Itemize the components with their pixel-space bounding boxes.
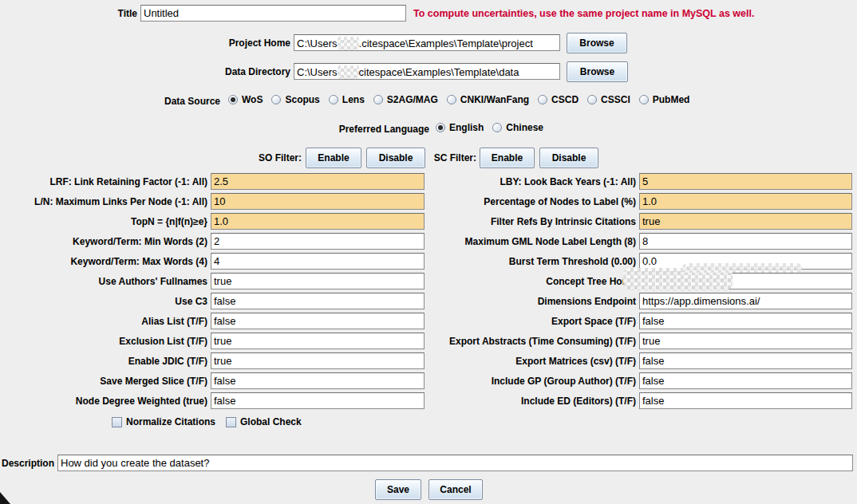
project-home-browse-button[interactable]: Browse [567,33,627,53]
cancel-button[interactable]: Cancel [428,479,483,500]
exclusion-list-input[interactable]: true [211,333,425,349]
language-radio-group: English Chinese [436,120,552,135]
field-row-alias-list: Alias List (T/F)false [0,313,425,329]
save-merged-slice-input[interactable]: false [211,372,425,389]
radio-cnki-wanfang[interactable]: CNKI/WanFang [447,94,529,105]
max-words-input[interactable]: 4 [211,253,425,270]
field-row-export-abstracts: Export Abstracts (Time Consuming) (T/F)t… [428,333,852,349]
redaction-blur [682,263,802,273]
include-ed-input[interactable]: false [639,392,852,409]
radio-icon [373,95,383,104]
mouse-cursor-fragment [0,492,10,504]
description-label: Description [2,458,54,469]
radio-chinese[interactable]: Chinese [492,122,543,133]
radio-wos[interactable]: WoS [228,94,263,105]
export-abstracts-input[interactable]: true [639,333,852,349]
radio-icon [436,123,445,132]
ln-input[interactable]: 10 [211,193,425,210]
data-source-radio-group: WoS Scopus Lens S2AG/MAG CNKI/WanFang CS… [228,93,698,107]
radio-icon [639,95,649,104]
mysql-warning-text: To compute uncertainties, use the same p… [413,8,754,19]
node-degree-weighted-input[interactable]: false [211,392,425,409]
radio-icon [228,95,238,104]
radio-english[interactable]: English [436,122,484,133]
data-directory-input[interactable]: C:\Userscitespace\Examples\Template\data [294,63,560,80]
so-filter-disable-button[interactable]: Disable [366,148,425,168]
project-home-label: Project Home [128,37,290,49]
checkbox-icon [226,417,236,427]
project-settings-dialog: Title Untitled To compute uncertainties,… [0,0,857,504]
title-input[interactable]: Untitled [140,5,406,22]
field-row-enable-jdic: Enable JDIC (T/F)true [0,352,425,369]
data-directory-label: Data Directory [128,66,290,77]
radio-scopus[interactable]: Scopus [271,94,319,105]
alias-list-input[interactable]: false [211,313,425,329]
field-row-node-degree-weighted: Node Degree Weighted (true)false [0,392,425,409]
radio-lens[interactable]: Lens [329,94,365,105]
title-label: Title [80,8,137,19]
field-row-lrf: LRF: Link Retaining Factor (-1: All)2.5 [0,173,425,190]
field-row-export-matrices: Export Matrices (csv) (T/F)false [428,352,852,369]
sc-filter-label: SC Filter: [429,152,476,163]
gml-label-length-input[interactable]: 8 [639,233,852,250]
project-home-path-prefix: C:\Users [297,37,338,49]
dimensions-endpoint-input[interactable]: https://app.dimensions.ai/ [639,293,852,309]
radio-icon [492,123,502,132]
field-row-include-ed: Include ED (Editors) (T/F)false [428,392,852,409]
topn-input[interactable]: 1.0 [211,213,425,230]
min-words-input[interactable]: 2 [211,233,425,250]
field-row-lby: LBY: Look Back Years (-1: All)5 [428,173,852,190]
sc-filter-disable-button[interactable]: Disable [539,148,598,168]
fullnames-input[interactable]: true [211,273,425,289]
filter-refs-input[interactable]: true [639,213,852,230]
normalize-citations-checkbox[interactable]: Normalize Citations [112,416,215,427]
preferred-language-label: Preferred Language [271,124,429,135]
data-directory-browse-button[interactable]: Browse [567,61,628,82]
field-row-fullnames: Use Authors' Fullnamestrue [0,273,425,289]
export-matrices-input[interactable]: false [639,352,852,369]
radio-icon [329,95,338,104]
radio-icon [271,95,281,104]
field-row-gml-label-length: Maximum GML Node Label Length (8)8 [428,233,852,250]
save-button[interactable]: Save [375,479,421,500]
field-row-ln: L/N: Maximum Links Per Node (-1: All)10 [0,193,425,210]
checkbox-icon [112,417,122,427]
description-input[interactable]: How did you create the dataset? [57,455,853,471]
field-row-include-gp: Include GP (Group Author) (T/F)false [428,372,852,389]
field-row-use-c3: Use C3false [0,293,425,309]
field-row-export-space: Export Space (T/F)false [428,313,852,329]
radio-s2ag-mag[interactable]: S2AG/MAG [373,94,438,105]
field-row-exclusion-list: Exclusion List (T/F)true [0,333,425,349]
radio-icon [538,95,547,104]
field-row-dimensions-endpoint: Dimensions Endpointhttps://app.dimension… [428,293,852,309]
radio-icon [447,95,456,104]
field-row-save-merged-slice: Save Merged Slice (T/F)false [0,372,425,389]
radio-cscd[interactable]: CSCD [538,94,579,105]
field-row-filter-refs: Filter Refs By Intrinsic Citationstrue [428,213,852,230]
field-row-topn: TopN = {n|f(n)≥e}1.0 [0,213,425,230]
sc-filter-enable-button[interactable]: Enable [480,148,535,168]
field-row-min-words: Keyword/Term: Min Words (2)2 [0,233,425,250]
redaction-blur [338,65,359,79]
lby-input[interactable]: 5 [639,173,852,190]
data-directory-path-prefix: C:\Users [297,66,338,78]
so-filter-label: SO Filter: [223,152,302,163]
global-check-checkbox[interactable]: Global Check [226,416,302,427]
data-source-label: Data Source [96,96,220,107]
export-space-input[interactable]: false [639,313,852,329]
project-home-input[interactable]: C:\Users.citespace\Examples\Template\pro… [294,34,560,51]
use-c3-input[interactable]: false [211,293,425,309]
redaction-blur [338,37,359,50]
radio-cssci[interactable]: CSSCI [587,94,630,105]
project-home-path-suffix: .citespace\Examples\Template\project [359,37,533,49]
radio-pubmed[interactable]: PubMed [639,94,690,105]
radio-icon [587,95,597,104]
data-directory-path-suffix: citespace\Examples\Template\data [359,66,519,78]
enable-jdic-input[interactable]: true [211,352,425,369]
checkbox-row: Normalize Citations Global Check [112,415,312,428]
lrf-input[interactable]: 2.5 [211,173,425,190]
so-filter-enable-button[interactable]: Enable [306,148,361,168]
field-row-pct-nodes-label: Percentage of Nodes to Label (%)1.0 [428,193,852,210]
pct-nodes-label-input[interactable]: 1.0 [639,193,852,210]
include-gp-input[interactable]: false [639,372,852,389]
